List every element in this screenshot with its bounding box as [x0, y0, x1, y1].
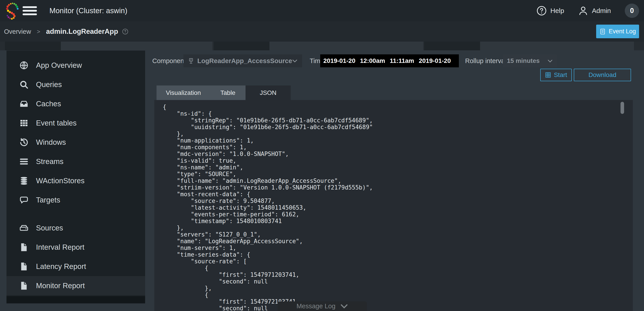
info-question-icon[interactable]: [122, 29, 128, 35]
message-log-toggle[interactable]: Message Log: [278, 301, 367, 311]
sidebar-footer: [6, 296, 145, 303]
help-icon: [536, 6, 547, 16]
file-icon: [19, 281, 29, 291]
breadcrumb-separator: >: [37, 28, 40, 35]
rollup-interval-label: Rollup interval:: [465, 54, 508, 67]
sidebar-item-latency-report[interactable]: Latency Report: [6, 257, 145, 276]
message-log-label: Message Log: [296, 302, 336, 310]
notification-badge[interactable]: 0: [625, 4, 639, 18]
globe-icon: [19, 60, 29, 70]
search-icon: [19, 80, 29, 90]
user-menu[interactable]: Admin: [578, 6, 611, 16]
list-icon: [19, 157, 29, 166]
rollup-interval-select[interactable]: 15 minutes: [503, 54, 557, 67]
component-select[interactable]: LogReaderApp_AccessSource: [183, 54, 302, 67]
table-grid-icon: [19, 118, 29, 128]
time-start-date[interactable]: 2019-01-20: [323, 57, 355, 65]
sidebar-item-caches[interactable]: Caches: [6, 94, 145, 113]
sidebar-item-targets[interactable]: Targets: [6, 190, 145, 210]
top-bar: Monitor (Cluster: aswin) Help Admin 0: [0, 0, 644, 22]
sidebar-item-windows[interactable]: Windows: [6, 133, 145, 152]
file-icon: [19, 261, 29, 271]
rollup-interval-value: 15 minutes: [507, 57, 540, 65]
time-end-time[interactable]: 11:11am: [390, 57, 414, 65]
help-label: Help: [550, 7, 564, 15]
sidebar-item-wactionstores[interactable]: WActionStores: [6, 171, 145, 190]
tab-json[interactable]: JSON: [246, 86, 291, 100]
history-icon: [19, 137, 29, 147]
striim-logo-icon[interactable]: [5, 2, 20, 20]
component-value: LogReaderApp_AccessSource: [197, 57, 292, 65]
breadcrumb: Overview > admin.LogReaderApp Event Log: [0, 22, 644, 42]
chevron-down-icon: [548, 59, 553, 63]
menu-icon[interactable]: [22, 6, 37, 15]
sidebar-item-queries[interactable]: Queries: [6, 75, 145, 94]
chat-bubble-icon: [19, 195, 29, 205]
start-label: Start: [554, 71, 567, 79]
breadcrumb-current: admin.LogReaderApp: [46, 28, 118, 36]
json-code: { "ns-id": { "stringRep": "01e91b6e-26f5…: [154, 100, 633, 311]
event-log-label: Event Log: [609, 28, 636, 35]
view-tabs: Visualization Table JSON: [156, 86, 291, 100]
time-start-time[interactable]: 12:00am: [360, 57, 385, 65]
sidebar: App Overview Queries Caches: [6, 51, 145, 296]
source-node-icon: [188, 58, 194, 64]
json-view-panel: { "ns-id": { "stringRep": "01e91b6e-26f5…: [154, 100, 633, 311]
tab-table[interactable]: Table: [210, 86, 246, 100]
sidebar-item-interval-report[interactable]: Interval Report: [6, 238, 145, 257]
sidebar-item-app-overview[interactable]: App Overview: [6, 56, 145, 75]
chevron-down-icon: [340, 304, 348, 308]
chevron-down-icon: [292, 59, 298, 63]
download-label: Download: [588, 71, 616, 79]
download-button[interactable]: Download: [574, 69, 631, 81]
help-button[interactable]: Help: [536, 6, 564, 16]
start-button[interactable]: Start: [540, 69, 572, 81]
component-label: Component:: [152, 54, 188, 67]
grid-table-icon: [545, 72, 551, 78]
monitor-screen: Monitor (Cluster: aswin) Help Admin 0: [0, 0, 644, 311]
time-range-picker[interactable]: 2019-01-20 12:00am 11:11am 2019-01-20: [320, 54, 459, 67]
sidebar-item-monitor-report[interactable]: Monitor Report: [6, 276, 145, 295]
database-stack-icon: [19, 176, 29, 186]
tab-visualization[interactable]: Visualization: [156, 86, 210, 100]
sidebar-item-sources[interactable]: Sources: [6, 218, 145, 238]
event-log-doc-icon: [599, 28, 606, 35]
event-log-button[interactable]: Event Log: [596, 25, 639, 38]
drive-icon: [19, 223, 29, 233]
file-icon: [19, 242, 29, 252]
user-label: Admin: [592, 7, 611, 15]
user-icon: [578, 6, 588, 16]
sidebar-item-event-tables[interactable]: Event tables: [6, 113, 145, 133]
page-title: Monitor (Cluster: aswin): [50, 0, 127, 22]
cache-tray-icon: [19, 99, 29, 109]
breadcrumb-overview-link[interactable]: Overview: [4, 28, 31, 35]
sidebar-item-streams[interactable]: Streams: [6, 152, 145, 171]
scrolled-cards-strip: [0, 42, 644, 50]
time-end-date[interactable]: 2019-01-20: [419, 57, 451, 65]
scrollbar-thumb[interactable]: [620, 102, 624, 114]
